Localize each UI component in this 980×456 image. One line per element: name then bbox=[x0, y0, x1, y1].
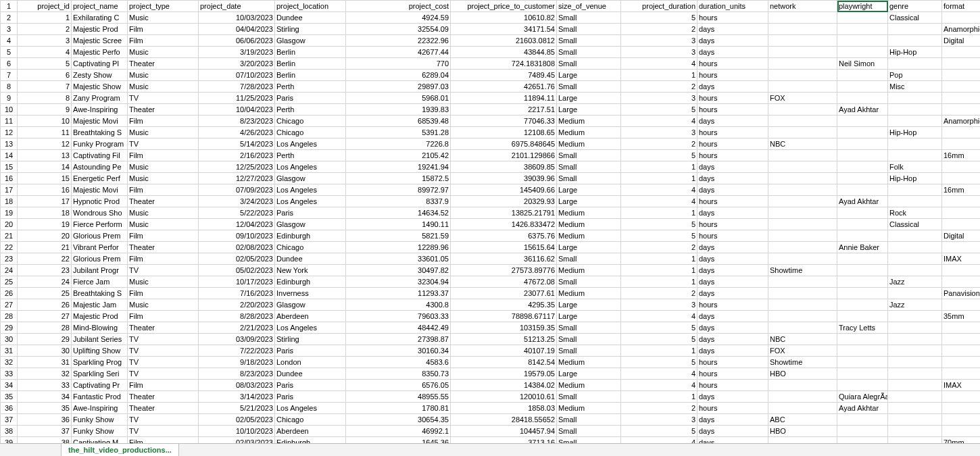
cell-project_price_to_customer[interactable]: 724.1831808 bbox=[451, 58, 557, 70]
cell-format[interactable] bbox=[942, 173, 981, 184]
table-row[interactable]: 3231Sparkling ProgTV9/18/2023London4583.… bbox=[1, 357, 981, 368]
cell-project_id[interactable]: 36 bbox=[18, 414, 72, 426]
cell-project_date[interactable]: 2/21/2023 bbox=[199, 322, 275, 334]
cell-project_location[interactable]: Berlin bbox=[275, 47, 346, 58]
cell-project_cost[interactable]: 1490.11 bbox=[346, 219, 451, 230]
cell-project_location[interactable]: Berlin bbox=[275, 58, 346, 70]
cell-playwright[interactable] bbox=[837, 173, 888, 184]
cell-playwright[interactable] bbox=[837, 345, 888, 357]
cell-playwright[interactable] bbox=[837, 24, 888, 35]
cell-project_location[interactable]: New York bbox=[275, 265, 346, 276]
cell-project_date[interactable]: 10/04/2023 bbox=[199, 104, 275, 116]
cell-project_duration[interactable]: 4 bbox=[621, 196, 697, 207]
cell-network[interactable]: HBO bbox=[768, 426, 837, 437]
row-number[interactable]: 31 bbox=[1, 345, 18, 357]
cell-genre[interactable] bbox=[888, 265, 942, 276]
cell-size_of_venue[interactable]: Medium bbox=[557, 357, 621, 368]
cell-project_date[interactable]: 12/04/2023 bbox=[199, 219, 275, 230]
cell-project_type[interactable]: TV bbox=[128, 93, 199, 104]
row-number[interactable]: 2 bbox=[1, 12, 18, 24]
cell-project_location[interactable]: Perth bbox=[275, 104, 346, 116]
cell-genre[interactable] bbox=[888, 35, 942, 47]
cell-size_of_venue[interactable]: Small bbox=[557, 391, 621, 403]
cell-format[interactable]: Anamorphic bbox=[942, 116, 981, 127]
table-row[interactable]: 2322Glorious PremFilm02/05/2023Dundee336… bbox=[1, 253, 981, 265]
cell-size_of_venue[interactable]: Medium bbox=[557, 207, 621, 219]
cell-size_of_venue[interactable]: Small bbox=[557, 161, 621, 173]
cell-project_location[interactable]: Paris bbox=[275, 207, 346, 219]
cell-duration_units[interactable]: hours bbox=[697, 403, 768, 414]
cell-duration_units[interactable]: days bbox=[697, 116, 768, 127]
cell-format[interactable]: Anamorphic bbox=[942, 24, 981, 35]
row-number-header[interactable]: 1 bbox=[1, 1, 18, 12]
row-number[interactable]: 15 bbox=[1, 161, 18, 173]
cell-project_duration[interactable]: 2 bbox=[621, 242, 697, 253]
cell-format[interactable] bbox=[942, 161, 981, 173]
cell-project_cost[interactable]: 48442.49 bbox=[346, 322, 451, 334]
cell-project_cost[interactable]: 14634.52 bbox=[346, 207, 451, 219]
cell-size_of_venue[interactable]: Medium bbox=[557, 230, 621, 242]
cell-genre[interactable]: Hip-Hop bbox=[888, 173, 942, 184]
cell-size_of_venue[interactable]: Medium bbox=[557, 288, 621, 299]
table-row[interactable]: 3534Fantastic ProdTheater3/14/2023Paris4… bbox=[1, 391, 981, 403]
cell-project_price_to_customer[interactable]: 15615.64 bbox=[451, 242, 557, 253]
cell-project_location[interactable]: Los Angeles bbox=[275, 403, 346, 414]
cell-project_cost[interactable]: 15872.5 bbox=[346, 173, 451, 184]
cell-project_type[interactable]: Film bbox=[128, 116, 199, 127]
cell-format[interactable]: 16mm bbox=[942, 184, 981, 196]
table-row[interactable]: 1514Astounding PeMusic12/25/2023Los Ange… bbox=[1, 161, 981, 173]
cell-project_date[interactable]: 04/04/2023 bbox=[199, 24, 275, 35]
cell-project_name[interactable]: Uplifting Show bbox=[72, 345, 128, 357]
column-header-size_of_venue[interactable]: size_of_venue bbox=[557, 1, 621, 12]
cell-project_name[interactable]: Funky Show bbox=[72, 426, 128, 437]
cell-playwright[interactable] bbox=[837, 334, 888, 345]
cell-duration_units[interactable]: days bbox=[697, 173, 768, 184]
cell-project_price_to_customer[interactable]: 28418.55652 bbox=[451, 414, 557, 426]
cell-format[interactable] bbox=[942, 93, 981, 104]
cell-project_name[interactable]: Majestic Prod bbox=[72, 24, 128, 35]
cell-network[interactable]: Showtime bbox=[768, 265, 837, 276]
cell-project_location[interactable]: Los Angeles bbox=[275, 184, 346, 196]
cell-project_location[interactable]: Dundee bbox=[275, 12, 346, 24]
table-row[interactable]: 2221Vibrant PerforTheater02/08/2023Chica… bbox=[1, 242, 981, 253]
cell-format[interactable]: 16mm bbox=[942, 150, 981, 161]
cell-format[interactable] bbox=[942, 196, 981, 207]
table-row[interactable]: 1211Breathtaking SMusic4/26/2023Chicago5… bbox=[1, 127, 981, 138]
cell-project_price_to_customer[interactable]: 23077.61 bbox=[451, 288, 557, 299]
cell-project_type[interactable]: Film bbox=[128, 380, 199, 391]
cell-project_name[interactable]: Majestic Movi bbox=[72, 184, 128, 196]
cell-playwright[interactable] bbox=[837, 288, 888, 299]
cell-size_of_venue[interactable]: Large bbox=[557, 242, 621, 253]
cell-project_date[interactable]: 3/24/2023 bbox=[199, 196, 275, 207]
table-row[interactable]: 1716Majestic MoviFilm07/09/2023Los Angel… bbox=[1, 184, 981, 196]
cell-network[interactable] bbox=[768, 230, 837, 242]
cell-format[interactable]: Digital bbox=[942, 35, 981, 47]
cell-project_date[interactable]: 10/10/2023 bbox=[199, 426, 275, 437]
cell-project_id[interactable]: 9 bbox=[18, 104, 72, 116]
cell-project_name[interactable]: Majestic Jam bbox=[72, 299, 128, 311]
cell-project_name[interactable]: Awe-Inspiring bbox=[72, 403, 128, 414]
cell-network[interactable]: NBC bbox=[768, 138, 837, 150]
cell-genre[interactable]: Hip-Hop bbox=[888, 127, 942, 138]
cell-size_of_venue[interactable]: Small bbox=[557, 322, 621, 334]
cell-playwright[interactable] bbox=[837, 138, 888, 150]
cell-playwright[interactable] bbox=[837, 230, 888, 242]
cell-genre[interactable] bbox=[888, 184, 942, 196]
row-number[interactable]: 32 bbox=[1, 357, 18, 368]
cell-genre[interactable] bbox=[888, 288, 942, 299]
row-number[interactable]: 28 bbox=[1, 311, 18, 322]
table-row[interactable]: 2120Glorious PremFilm09/10/2023Edinburgh… bbox=[1, 230, 981, 242]
cell-size_of_venue[interactable]: Small bbox=[557, 414, 621, 426]
cell-project_name[interactable]: Glorious Prem bbox=[72, 253, 128, 265]
cell-project_cost[interactable]: 33601.05 bbox=[346, 253, 451, 265]
cell-network[interactable] bbox=[768, 311, 837, 322]
cell-project_type[interactable]: Theater bbox=[128, 196, 199, 207]
table-row[interactable]: 3332Sparkling SeriTV8/23/2023Dundee8350.… bbox=[1, 368, 981, 380]
cell-project_id[interactable]: 37 bbox=[18, 426, 72, 437]
column-header-project_name[interactable]: project_name bbox=[72, 1, 128, 12]
cell-project_cost[interactable]: 11293.37 bbox=[346, 288, 451, 299]
cell-project_cost[interactable]: 6289.04 bbox=[346, 70, 451, 81]
cell-genre[interactable]: Jazz bbox=[888, 299, 942, 311]
cell-playwright[interactable] bbox=[837, 265, 888, 276]
cell-project_duration[interactable]: 5 bbox=[621, 219, 697, 230]
